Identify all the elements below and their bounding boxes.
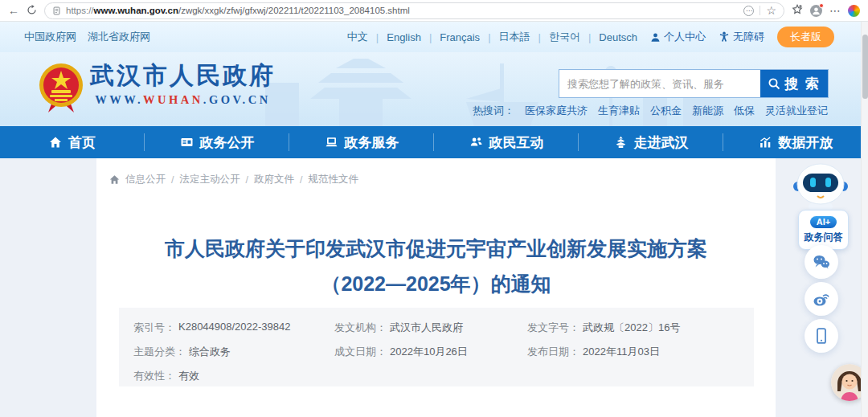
- gov-open-icon: [180, 136, 194, 149]
- url-text: https://www.wuhan.gov.cn/zwgk/xxgk/zfwj/…: [66, 6, 410, 15]
- meta-column-2: 发文机构：武汉市人民政府 成文日期：2022年10月26日: [334, 321, 527, 393]
- nav-item-open-data[interactable]: 数据开放: [723, 126, 868, 158]
- hot-word-link[interactable]: 灵活就业登记: [765, 104, 828, 118]
- nav-item-gov-service[interactable]: 政务服务: [289, 126, 434, 158]
- breadcrumb-item[interactable]: 法定主动公开: [179, 173, 240, 186]
- wechat-icon: [813, 254, 830, 270]
- site-masthead: 武汉市人民政府 WWW.WUHAN.GOV.CN 搜 索 热搜词： 医保家庭共济…: [0, 52, 868, 126]
- meta-column-1: 索引号：K28044908/2022-39842 主题分类：综合政务 有效性：有…: [133, 321, 334, 393]
- profile-avatar[interactable]: [810, 5, 822, 17]
- more-menu-icon[interactable]: ⋯: [829, 5, 841, 16]
- nav-item-home[interactable]: 首页: [0, 126, 145, 158]
- home-icon: [49, 136, 62, 149]
- site-search: 搜 索: [559, 69, 829, 98]
- gov-cn-link[interactable]: 中国政府网: [24, 30, 76, 44]
- hot-word-link[interactable]: 公积金: [650, 104, 682, 118]
- collections-icon[interactable]: [792, 4, 803, 17]
- person-icon: [650, 32, 661, 43]
- breadcrumb: 信息公开 / 法定主动公开 / 政府文件 / 规范性文件: [109, 173, 358, 186]
- wuhan-tower-icon: [614, 136, 628, 149]
- gov-service-icon: [325, 136, 338, 149]
- ai-plus-badge: AI+: [810, 216, 837, 228]
- nav-item-gov-open[interactable]: 政务公开: [145, 126, 289, 158]
- hot-word-link[interactable]: 生育津贴: [598, 104, 640, 118]
- meta-validity: 有效性：有效: [133, 369, 334, 383]
- lang-fr[interactable]: Français: [440, 31, 480, 43]
- utility-bar: 中国政府网 湖北省政府网 中文| English| Français| 日本語|…: [0, 22, 868, 52]
- copilot-icon[interactable]: [848, 5, 860, 17]
- meta-column-3: 发文字号：武政规〔2022〕16号 发布日期：2022年11月03日: [527, 321, 739, 393]
- meta-index: 索引号：K28044908/2022-39842: [133, 321, 334, 335]
- weibo-share-button[interactable]: [805, 282, 838, 316]
- hot-word-link[interactable]: 医保家庭共济: [525, 104, 588, 118]
- meta-published-date: 发布日期：2022年11月03日: [527, 345, 739, 359]
- meta-written-date: 成文日期：2022年10月26日: [334, 345, 527, 359]
- hubei-gov-link[interactable]: 湖北省政府网: [88, 30, 150, 44]
- hot-word-link[interactable]: 低保: [734, 104, 755, 118]
- browser-window: ← https://www.wuhan.gov.cn/zwgk/xxgk/zfw…: [0, 0, 868, 417]
- main-navigation: 首页 政务公开 政务服务 政民互动 走进武汉 数据开放: [0, 126, 868, 158]
- breadcrumb-item[interactable]: 信息公开: [125, 173, 166, 186]
- ai-qa-button[interactable]: AI+ 政务问答: [798, 210, 849, 250]
- accessibility-link[interactable]: 无障碍: [719, 30, 764, 44]
- divider: [760, 6, 760, 15]
- personal-center-link[interactable]: 个人中心: [650, 30, 706, 44]
- site-title: 武汉市人民政府: [90, 62, 276, 89]
- lang-zh[interactable]: 中文: [347, 30, 368, 44]
- search-icon: [768, 77, 780, 90]
- weibo-icon: [813, 291, 830, 307]
- document-metadata: 索引号：K28044908/2022-39842 主题分类：综合政务 有效性：有…: [119, 308, 754, 386]
- document-title: 市人民政府关于印发武汉市促进元宇宙产业创新发展实施方案 （2022—2025年）…: [121, 231, 751, 301]
- interaction-icon: [469, 136, 483, 149]
- scrollbar[interactable]: [861, 22, 868, 417]
- ai-robot-mascot[interactable]: [789, 160, 852, 213]
- language-switcher: 中文| English| Français| 日本語| 한국어| Deutsch: [347, 30, 637, 44]
- wechat-share-button[interactable]: [805, 245, 838, 279]
- lang-en[interactable]: English: [387, 31, 421, 43]
- breadcrumb-home-icon[interactable]: [109, 174, 120, 185]
- lang-de[interactable]: Deutsch: [599, 31, 637, 43]
- search-input[interactable]: [559, 70, 760, 97]
- accessibility-icon: [719, 31, 730, 43]
- hot-search-words: 热搜词： 医保家庭共济 生育津贴 公积金 新能源 低保 灵活就业登记: [473, 104, 828, 118]
- breadcrumb-item[interactable]: 政府文件: [254, 173, 294, 186]
- search-button[interactable]: 搜 索: [760, 70, 828, 97]
- site-url: WWW.WUHAN.GOV.CN: [90, 93, 276, 107]
- page-content: 信息公开 / 法定主动公开 / 政府文件 / 规范性文件 市人民政府关于印发武汉…: [0, 158, 868, 417]
- nav-item-about-wuhan[interactable]: 走进武汉: [579, 126, 723, 158]
- address-bar[interactable]: https://www.wuhan.gov.cn/zwgk/xxgk/zfwj/…: [44, 2, 784, 19]
- senior-version-button[interactable]: 长者版: [777, 27, 834, 47]
- back-icon[interactable]: ←: [8, 5, 19, 16]
- hot-word-link[interactable]: 新能源: [692, 104, 723, 118]
- article-card: 信息公开 / 法定主动公开 / 政府文件 / 规范性文件 市人民政府关于印发武汉…: [96, 158, 776, 417]
- nav-item-interaction[interactable]: 政民互动: [434, 126, 579, 158]
- browser-essentials-icon[interactable]: ⋯: [743, 6, 754, 16]
- lang-ja[interactable]: 日本語: [499, 30, 530, 44]
- scrollbar-thumb[interactable]: [862, 35, 868, 99]
- bookmark-star-icon[interactable]: ☆: [766, 5, 776, 16]
- browser-toolbar: ← https://www.wuhan.gov.cn/zwgk/xxgk/zfw…: [0, 0, 868, 22]
- site-brand[interactable]: 武汉市人民政府 WWW.WUHAN.GOV.CN: [90, 62, 276, 107]
- lang-ko[interactable]: 한국어: [549, 30, 580, 44]
- site-info-icon[interactable]: [52, 6, 61, 15]
- profile-notification-dot: [819, 3, 824, 8]
- hot-words-label: 热搜词：: [473, 104, 514, 118]
- mobile-icon: [814, 328, 829, 344]
- meta-doc-number: 发文字号：武政规〔2022〕16号: [527, 321, 739, 335]
- meta-category: 主题分类：综合政务: [133, 345, 334, 359]
- mobile-version-button[interactable]: [805, 319, 838, 353]
- breadcrumb-item[interactable]: 规范性文件: [308, 173, 358, 186]
- refresh-icon[interactable]: [27, 5, 37, 17]
- national-emblem: [37, 63, 85, 112]
- data-chart-icon: [759, 136, 772, 149]
- meta-agency: 发文机构：武汉市人民政府: [334, 321, 527, 335]
